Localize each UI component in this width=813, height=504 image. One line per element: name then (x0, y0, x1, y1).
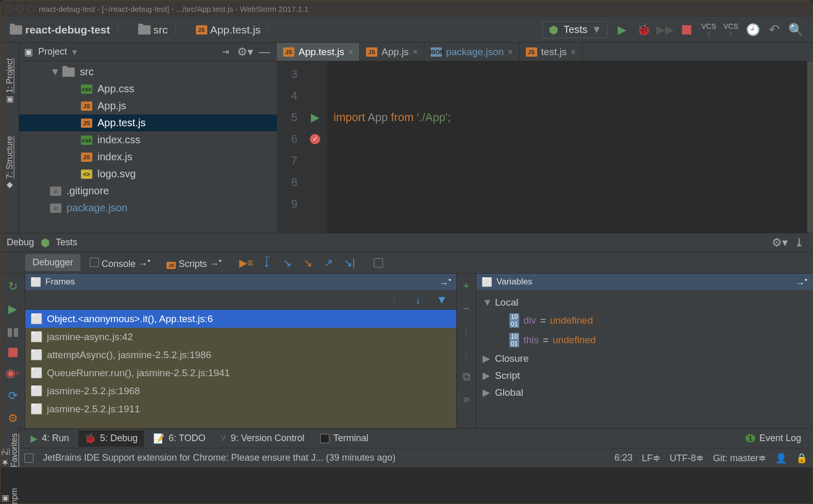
vcs-commit-button[interactable]: VCS↑ (723, 23, 738, 37)
debug-tab[interactable]: 🐞5: Debug (78, 430, 144, 447)
history-button[interactable]: 🕘 (745, 23, 760, 37)
file-logo-svg[interactable]: <>logo.svg (19, 165, 277, 182)
next-frame-button[interactable]: ↓ (411, 293, 425, 307)
maximize-icon[interactable] (27, 5, 35, 12)
hide-frames-icon[interactable]: →• (440, 276, 451, 289)
scope-script[interactable]: ▶Script (480, 367, 808, 384)
step-into-button[interactable]: ↘ (278, 255, 297, 271)
chevron-down-icon[interactable]: ▾ (72, 46, 77, 58)
scripts-tab[interactable]: JS Scripts →• (159, 253, 228, 273)
cursor-position[interactable]: 6:23 (615, 452, 633, 463)
debug-button[interactable]: 🐞 (636, 23, 651, 37)
gear-icon[interactable]: ⚙▾ (772, 236, 787, 250)
scope-closure[interactable]: ▶Closure (480, 350, 808, 367)
stop-button[interactable] (6, 348, 20, 357)
breakpoint-icon[interactable]: ✓ (303, 128, 327, 150)
gear-icon[interactable]: ⚙▾ (238, 45, 252, 59)
project-tree[interactable]: ▼ src cssApp.css JSApp.js JSApp.test.js … (19, 61, 277, 233)
copy-button[interactable]: ⧉ (459, 369, 474, 384)
view-breakpoints-button[interactable]: ◉◦ (6, 366, 20, 380)
variable-row[interactable]: 1001 div = undefined (480, 311, 808, 330)
search-button[interactable]: 🔍 (789, 23, 803, 37)
add-watch-button[interactable]: + (459, 279, 474, 293)
step-out-button[interactable]: ↗ (320, 255, 338, 271)
code-content[interactable]: import App from './App'; it('renders wit… (327, 61, 807, 233)
line-separator[interactable]: LF≑ (642, 452, 660, 464)
run-button[interactable]: ▶ (615, 23, 629, 37)
coverage-button[interactable]: ▶▶ (658, 23, 672, 37)
minimize-icon[interactable] (16, 5, 23, 12)
close-icon[interactable]: × (571, 47, 575, 57)
frame-row[interactable]: ⬜jasmine-2.5.2.js:1911 (25, 400, 456, 418)
file-encoding[interactable]: UTF-8≑ (670, 452, 704, 464)
file-index-js[interactable]: JSindex.js (19, 148, 277, 165)
move-up-button[interactable]: ↑ (459, 324, 474, 339)
remove-watch-button[interactable]: − (459, 301, 474, 316)
editor-scrollbar[interactable] (807, 61, 812, 233)
breadcrumb-folder[interactable]: src〉 (133, 22, 188, 38)
step-over-button[interactable]: ⭣̄ (258, 255, 276, 271)
frame-row[interactable]: ⬜attemptAsync(), jasmine-2.5.2.js:1986 (25, 346, 456, 364)
settings-button[interactable]: ⚙ (6, 412, 20, 425)
favorites-tool-tab[interactable]: ★ 2: Favorites (0, 428, 21, 473)
scope-local[interactable]: ▼Local (480, 294, 808, 311)
move-down-button[interactable]: ↓ (459, 347, 474, 361)
previous-frame-button[interactable]: ↑ (387, 293, 402, 307)
console-tab[interactable]: Console →• (82, 253, 157, 273)
hide-icon[interactable]: — (257, 45, 272, 59)
terminal-tab[interactable]: Terminal (314, 430, 375, 446)
hide-icon[interactable]: ⤓ (792, 236, 806, 250)
file-app-js[interactable]: JSApp.js (19, 97, 277, 114)
hide-vars-icon[interactable]: →• (796, 276, 807, 289)
lock-icon[interactable]: 🔒 (796, 452, 807, 464)
stop-button[interactable] (679, 23, 694, 37)
expand-button[interactable]: » (459, 392, 474, 407)
tab-app-test-js[interactable]: JSApp.test.js× (277, 43, 360, 61)
pause-button[interactable]: ▮▮ (6, 325, 20, 339)
npm-tool-tab[interactable]: ▣ npm (0, 483, 21, 504)
debugger-tab[interactable]: Debugger (25, 254, 80, 271)
close-icon[interactable] (5, 5, 12, 12)
run-configuration-selector[interactable]: ⬢ Tests ▼ (542, 21, 607, 38)
version-control-tab[interactable]: ⑂9: Version Control (214, 430, 310, 446)
rerun-button[interactable]: ↻ (6, 280, 20, 293)
tab-package-json[interactable]: JSONpackage.json× (424, 43, 519, 61)
run-gutter-icon[interactable]: ▶ (303, 107, 327, 128)
filter-button[interactable]: ▼ (435, 293, 449, 307)
status-icon[interactable] (24, 453, 34, 463)
project-tool-tab[interactable]: ▣ 1: Project (3, 53, 16, 110)
mute-breakpoints-button[interactable]: ⟳ (6, 389, 20, 402)
file-app-test-js[interactable]: JSApp.test.js (19, 114, 277, 131)
variables-tree[interactable]: ▼Local 1001 div = undefined 1001 this = … (476, 290, 812, 428)
undo-button[interactable]: ↶ (767, 23, 782, 37)
collapse-icon[interactable]: ⇥ (218, 45, 233, 59)
force-step-into-button[interactable]: ↘ (299, 255, 318, 271)
file-index-css[interactable]: cssindex.css (19, 131, 277, 148)
todo-tab[interactable]: 📝6: TODO (147, 430, 211, 447)
structure-tool-tab[interactable]: ◆ 7: Structure (3, 131, 16, 196)
resume-button[interactable]: ▶ (6, 303, 20, 316)
variable-row[interactable]: 1001 this = undefined (480, 330, 808, 350)
inspection-icon[interactable]: 👤 (775, 452, 787, 464)
close-icon[interactable]: × (349, 47, 353, 57)
file-package-json[interactable]: ≡package.json (19, 199, 277, 216)
breadcrumb-project[interactable]: react-debug-test〉 (5, 22, 130, 38)
vcs-update-button[interactable]: VCS↓ (701, 23, 716, 37)
folder-src[interactable]: ▼ src (19, 63, 277, 80)
show-execution-point-button[interactable]: ▶≡ (237, 255, 256, 271)
frame-row[interactable]: ⬜QueueRunner.run(), jasmine-2.5.2.js:194… (25, 364, 456, 382)
tab-test-js[interactable]: JStest.js× (520, 43, 583, 61)
code-editor[interactable]: 3456789 ▶ ✓ import App from './App'; it(… (277, 61, 812, 233)
run-to-cursor-button[interactable]: ↘| (340, 255, 359, 271)
close-icon[interactable]: × (508, 47, 512, 57)
event-log-tab[interactable]: 1Event Log (739, 430, 807, 446)
git-branch[interactable]: Git: master≑ (713, 452, 766, 464)
breadcrumb-file[interactable]: JS App.test.js〉 (191, 22, 280, 38)
close-icon[interactable]: × (413, 47, 418, 57)
file-app-css[interactable]: cssApp.css (19, 80, 277, 97)
run-tab[interactable]: ▶4: Run (24, 430, 75, 447)
file-gitignore[interactable]: ≡.gitignore (19, 182, 277, 199)
frame-row[interactable]: ⬜Object.<anonymous>.it(), App.test.js:6 (25, 310, 456, 328)
evaluate-expression-button[interactable] (369, 255, 388, 271)
line-number-gutter[interactable]: 3456789 (277, 61, 303, 233)
